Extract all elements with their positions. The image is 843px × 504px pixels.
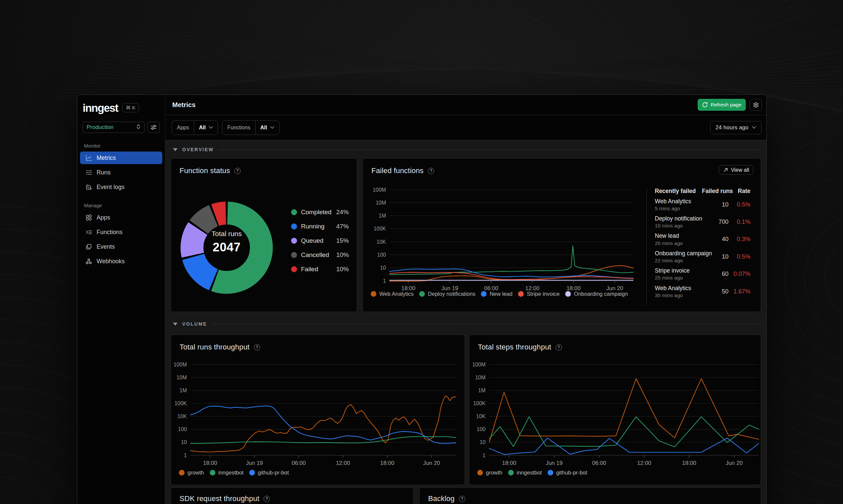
sidebar-item-webhooks[interactable]: Webhooks — [80, 255, 162, 268]
legend-label: growth — [188, 469, 204, 476]
legend-value: 10% — [336, 251, 349, 259]
table-row[interactable]: Web Analytics5 mins ago100.5% — [655, 196, 751, 213]
failed-function-name[interactable]: Stripe invoice — [655, 267, 702, 274]
legend-label: Completed — [301, 209, 332, 216]
series-github-pr-bot — [190, 406, 456, 444]
series-inngestbot — [190, 436, 456, 443]
status-legend-item: Failed10% — [291, 265, 349, 273]
legend-label: Stripe invoice — [527, 291, 560, 297]
svg-text:100M: 100M — [174, 362, 187, 367]
sidebar-nav: MonitorMetricsRunsEvent logsManageAppsFu… — [80, 143, 162, 268]
failed-function-time: 25 mins ago — [655, 275, 702, 281]
status-legend-item: Cancelled10% — [291, 251, 349, 259]
legend-dot — [291, 252, 297, 258]
table-row[interactable]: New lead20 mins ago400.3% — [655, 231, 751, 248]
svg-text:18:00: 18:00 — [380, 460, 395, 466]
svg-text:100M: 100M — [472, 362, 485, 367]
table-row[interactable]: Web Analytics35 mins ago501.67% — [655, 283, 751, 300]
svg-text:10: 10 — [181, 439, 187, 445]
functions-filter[interactable]: Functions All — [222, 120, 279, 135]
failed-runs-value: 40 — [702, 236, 728, 243]
environment-select[interactable]: Production — [83, 122, 145, 133]
time-range-value: 24 hours ago — [716, 124, 749, 131]
section-rule — [212, 324, 761, 324]
failed-function-name[interactable]: Web Analytics — [655, 198, 702, 204]
legend-dot — [477, 470, 483, 475]
metrics-content: OVERVIEW Function status ? Total runs 20… — [165, 140, 766, 504]
legend-dot — [508, 470, 514, 475]
overview-section-header[interactable]: OVERVIEW — [171, 144, 761, 155]
functions-filter-value: All — [260, 125, 267, 131]
backlog-card: Backlog ? — [419, 487, 761, 504]
table-row[interactable]: Onboarding campaign22 mins ago100.5% — [655, 248, 751, 265]
sdk-request-throughput-title: SDK request throughput — [179, 494, 259, 503]
help-icon[interactable]: ? — [459, 496, 465, 502]
status-legend-item: Queued15% — [291, 236, 349, 245]
failed-function-name[interactable]: Onboarding campaign — [655, 250, 702, 257]
refresh-page-button[interactable]: Refresh page — [698, 99, 746, 111]
failed-function-name[interactable]: Web Analytics — [655, 285, 702, 291]
table-header: Rate — [728, 188, 751, 195]
environment-value: Production — [87, 124, 136, 131]
svg-text:06:00: 06:00 — [292, 460, 306, 466]
legend-label: Onboarding campaign — [574, 291, 627, 297]
legend-label: growth — [486, 469, 502, 476]
total-runs-throughput-card: Total runs throughput ? 11010010K100K1M1… — [171, 335, 465, 485]
function-status-legend: Completed24%Running47%Queued15%Cancelled… — [291, 208, 349, 279]
sidebar-item-apps[interactable]: Apps — [80, 211, 162, 224]
sidebar-item-event-logs[interactable]: Event logs — [80, 181, 162, 193]
environment-filter-button[interactable] — [148, 122, 160, 133]
failed-rate-value: 0.07% — [728, 271, 751, 277]
chevron-up-down-icon — [136, 124, 141, 131]
svg-text:10M: 10M — [376, 200, 386, 205]
sidebar-item-metrics[interactable]: Metrics — [80, 151, 162, 164]
legend-label: Queued — [301, 237, 332, 245]
chart-legend-item: Onboarding campaign — [565, 291, 627, 297]
svg-text:10M: 10M — [176, 375, 187, 380]
failed-function-name[interactable]: Deploy notification — [655, 215, 702, 222]
svg-text:10M: 10M — [475, 375, 485, 380]
table-header: Failed runs — [702, 188, 728, 195]
table-row[interactable]: Stripe invoice25 mins ago600.07% — [655, 266, 751, 283]
volume-section-label: VOLUME — [182, 321, 207, 327]
svg-text:06:00: 06:00 — [592, 460, 606, 466]
legend-label: Running — [301, 223, 332, 230]
svg-text:1M: 1M — [379, 213, 386, 218]
sidebar-item-events[interactable]: Events — [80, 240, 162, 253]
total-runs-throughput-chart: 11010010K100K1M10M100M18:00Jun 1906:0012… — [171, 335, 465, 485]
sidebar-item-functions[interactable]: Functions — [80, 226, 162, 238]
svg-text:Jun 20: Jun 20 — [423, 460, 440, 466]
legend-label: github-pr-bot — [556, 469, 587, 476]
failed-functions-card: Failed functions ? View all 11010010K100… — [362, 158, 761, 312]
volume-section-header[interactable]: VOLUME — [171, 319, 761, 329]
chart-legend-item: New lead — [481, 291, 513, 297]
svg-text:10K: 10K — [476, 413, 486, 419]
legend-value: 15% — [336, 237, 349, 245]
failed-function-time: 5 mins ago — [655, 205, 702, 212]
legend-dot — [210, 470, 216, 475]
sidebar-item-runs[interactable]: Runs — [80, 166, 162, 179]
chart-legend-item: growth — [477, 469, 502, 476]
series-growth — [489, 379, 759, 442]
table-row[interactable]: Deploy notification10 mins ago7000.1% — [655, 213, 751, 231]
command-k-shortcut[interactable]: ⌘ K — [122, 103, 139, 112]
svg-text:100M: 100M — [373, 187, 386, 193]
functions-filter-label: Functions — [222, 121, 255, 134]
failed-function-name[interactable]: New lead — [655, 232, 702, 239]
series-github-pr-bot — [489, 438, 759, 454]
apps-filter[interactable]: Apps All — [172, 120, 218, 135]
settings-button[interactable] — [750, 99, 762, 111]
failed-function-time: 10 mins ago — [655, 223, 702, 229]
function-status-card: Function status ? Total runs 2047 Comple… — [171, 158, 357, 312]
legend-label: Deploy notifications — [428, 291, 475, 297]
svg-text:100: 100 — [178, 427, 187, 432]
app-window: inngest ⌘ K Production MonitorMetricsRun… — [77, 94, 767, 504]
failed-function-time: 22 mins ago — [655, 258, 702, 264]
help-icon[interactable]: ? — [263, 496, 270, 502]
failed-rate-value: 0.3% — [728, 236, 751, 243]
svg-text:18:00: 18:00 — [203, 460, 218, 466]
chart-legend-item: Deploy notifications — [419, 291, 475, 297]
chart-legend-item: inngestbot — [508, 469, 542, 476]
time-range-select[interactable]: 24 hours ago — [710, 121, 762, 134]
svg-text:1: 1 — [184, 453, 187, 458]
